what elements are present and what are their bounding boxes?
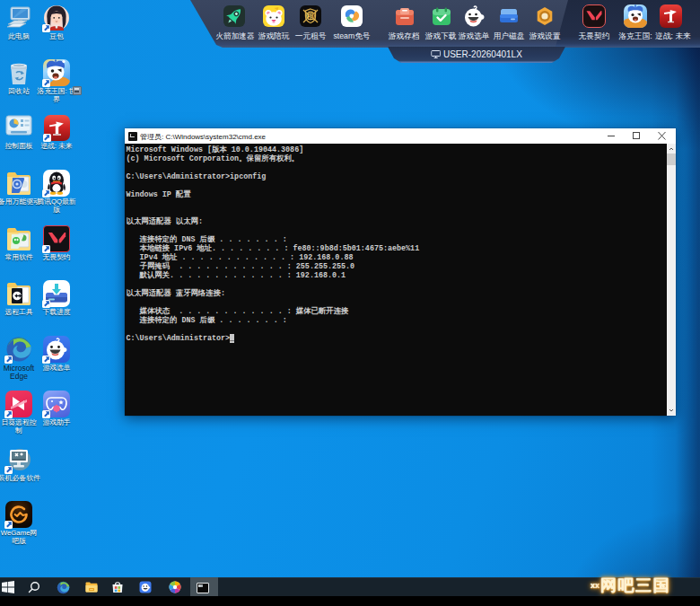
svg-text:租: 租 xyxy=(306,12,315,21)
